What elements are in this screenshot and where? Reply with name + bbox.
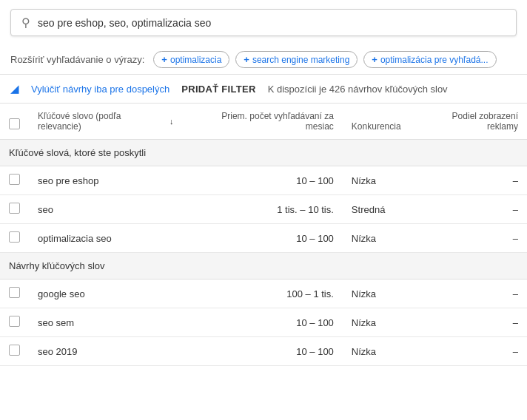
table-header-row: Kľúčové slovo (podľa relevancie) ↓ Priem…	[0, 104, 527, 140]
table-row: seo 1 tis. – 10 tis. Stredná –	[0, 195, 527, 224]
row-checkbox[interactable]	[9, 174, 20, 185]
row-keyword: seo pre eshop	[29, 166, 182, 195]
row-ad-share: –	[410, 308, 527, 337]
expand-tag-sem[interactable]: + search engine marketing	[235, 51, 358, 68]
row-avg-searches: 10 – 100	[182, 337, 342, 366]
header-keyword: Kľúčové slovo (podľa relevancie) ↓	[29, 104, 182, 140]
filter-funnel-icon: ◢	[10, 82, 19, 95]
row-avg-searches: 100 – 1 tis.	[182, 280, 342, 308]
search-value: seo pre eshop, seo, optimalizacia seo	[38, 17, 211, 29]
table-row: seo sem 10 – 100 Nízka –	[0, 308, 527, 337]
row-competition: Stredná	[343, 195, 410, 224]
expand-label: Rozšíriť vyhľadávanie o výrazy:	[10, 54, 144, 65]
sort-arrow-icon[interactable]: ↓	[169, 117, 174, 126]
row-competition: Nízka	[343, 280, 410, 308]
header-checkbox-box[interactable]	[9, 118, 20, 129]
section-title-1: Návrhy kľúčových slov	[0, 253, 527, 280]
row-checkbox-cell[interactable]	[0, 337, 29, 366]
row-ad-share: –	[410, 280, 527, 308]
expand-row: Rozšíriť vyhľadávanie o výrazy: + optima…	[0, 45, 527, 75]
header-ad-share: Podiel zobrazení reklamy	[410, 104, 527, 140]
row-avg-searches: 10 – 100	[182, 224, 342, 253]
row-checkbox-cell[interactable]	[0, 195, 29, 224]
section-title-0: Kľúčové slová, ktoré ste poskytli	[0, 140, 527, 166]
expand-tag-optimalizacia-label: optimalizacia	[170, 55, 221, 65]
header-avg-searches: Priem. počet vyhľadávaní za mesiac	[182, 104, 342, 140]
expand-tag-optimalizacia[interactable]: + optimalizacia	[153, 51, 229, 68]
row-keyword: google seo	[29, 280, 182, 308]
row-keyword: seo	[29, 195, 182, 224]
row-checkbox[interactable]	[9, 345, 20, 356]
row-checkbox[interactable]	[9, 287, 20, 298]
filter-row: ◢ Vylúčiť návrhy iba pre dospelých PRIDA…	[0, 75, 527, 104]
search-icon: ⚲	[21, 16, 30, 30]
row-checkbox[interactable]	[9, 316, 20, 327]
table-row: seo pre eshop 10 – 100 Nízka –	[0, 166, 527, 195]
row-keyword: seo 2019	[29, 337, 182, 366]
row-checkbox-cell[interactable]	[0, 308, 29, 337]
table-row: google seo 100 – 1 tis. Nízka –	[0, 280, 527, 308]
row-checkbox-cell[interactable]	[0, 224, 29, 253]
row-avg-searches: 1 tis. – 10 tis.	[182, 195, 342, 224]
row-avg-searches: 10 – 100	[182, 308, 342, 337]
row-keyword: seo sem	[29, 308, 182, 337]
header-keyword-label: Kľúčové slovo (podľa relevancie)	[38, 111, 167, 132]
row-checkbox-cell[interactable]	[0, 280, 29, 308]
add-filter-button[interactable]: PRIDAŤ FILTER	[181, 84, 255, 95]
row-competition: Nízka	[343, 308, 410, 337]
row-ad-share: –	[410, 195, 527, 224]
section-header-1: Návrhy kľúčových slov	[0, 253, 527, 280]
row-ad-share: –	[410, 337, 527, 366]
header-checkbox[interactable]	[0, 104, 29, 140]
row-checkbox[interactable]	[9, 203, 20, 214]
header-competition: Konkurencia	[343, 104, 410, 140]
row-ad-share: –	[410, 166, 527, 195]
filter-count: K dispozícii je 426 návrhov kľúčových sl…	[268, 84, 448, 95]
row-checkbox[interactable]	[9, 231, 20, 243]
table-row: optimalizacia seo 10 – 100 Nízka –	[0, 224, 527, 253]
row-competition: Nízka	[343, 166, 410, 195]
expand-tag-opt-pre[interactable]: + optimalizácia pre vyhľadá...	[363, 51, 496, 68]
table-row: seo 2019 10 – 100 Nízka –	[0, 337, 527, 366]
keyword-table: Kľúčové slovo (podľa relevancie) ↓ Priem…	[0, 104, 527, 366]
row-competition: Nízka	[343, 337, 410, 366]
section-header-0: Kľúčové slová, ktoré ste poskytli	[0, 140, 527, 166]
row-keyword: optimalizacia seo	[29, 224, 182, 253]
row-competition: Nízka	[343, 224, 410, 253]
row-ad-share: –	[410, 224, 527, 253]
expand-tag-sem-label: search engine marketing	[252, 55, 349, 65]
row-avg-searches: 10 – 100	[182, 166, 342, 195]
search-bar[interactable]: ⚲ seo pre eshop, seo, optimalizacia seo	[10, 9, 517, 36]
expand-tag-opt-pre-label: optimalizácia pre vyhľadá...	[380, 55, 489, 65]
exclude-adults-link[interactable]: Vylúčiť návrhy iba pre dospelých	[31, 84, 169, 95]
row-checkbox-cell[interactable]	[0, 166, 29, 195]
